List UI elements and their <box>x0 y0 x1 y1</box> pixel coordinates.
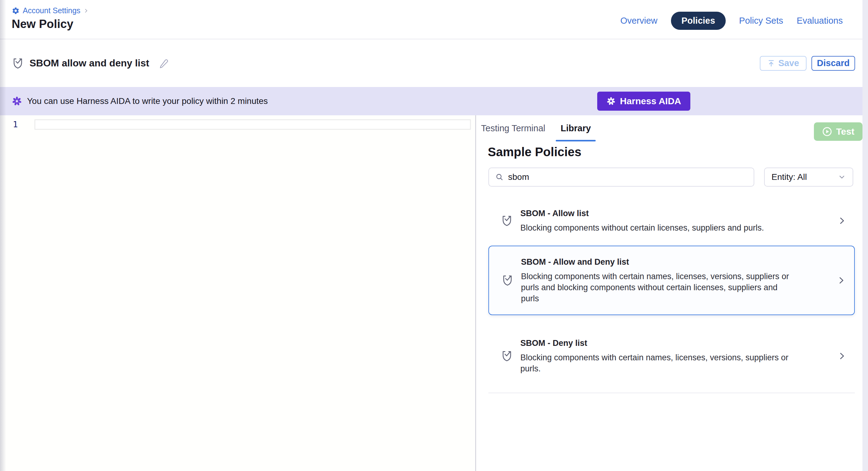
aida-banner-message: You can use Harness AIDA to write your p… <box>27 96 268 106</box>
page-scrollbar[interactable] <box>863 0 868 471</box>
gear-icon[interactable] <box>12 7 20 15</box>
aida-flower-icon <box>12 96 22 107</box>
shield-check-icon <box>488 350 520 362</box>
policy-card-sbom-allow-list[interactable]: SBOM - Allow list Blocking components wi… <box>488 199 855 242</box>
policy-card-sbom-deny-list[interactable]: SBOM - Deny list Blocking components wit… <box>488 329 855 383</box>
upload-arrow-icon <box>767 59 775 67</box>
policy-bar: SBOM allow and deny list Save Discard <box>0 39 868 87</box>
search-box <box>488 168 754 187</box>
harness-aida-button[interactable]: Harness AIDA <box>597 92 690 111</box>
policy-bar-actions: Save Discard <box>760 56 855 71</box>
sample-policies-heading: Sample Policies <box>488 145 863 159</box>
aida-banner: You can use Harness AIDA to write your p… <box>0 87 868 115</box>
panel-tabs: Testing Terminal Library <box>476 123 863 141</box>
chevron-right-icon[interactable] <box>838 352 846 360</box>
policy-name: SBOM allow and deny list <box>30 58 149 69</box>
shield-check-icon <box>12 57 24 69</box>
breadcrumb-chevron-icon <box>84 8 89 13</box>
line-number: 1 <box>0 120 31 129</box>
current-line-highlight <box>34 119 471 130</box>
policy-card-text: SBOM - Deny list Blocking components wit… <box>520 338 829 374</box>
policy-card-description: Blocking components without certain lice… <box>520 222 791 233</box>
aida-flower-icon <box>607 96 616 106</box>
policy-card-text: SBOM - Allow list Blocking components wi… <box>520 208 829 233</box>
tab-library[interactable]: Library <box>561 123 591 141</box>
policy-card-title: SBOM - Allow list <box>520 208 829 218</box>
policy-card-text: SBOM - Allow and Deny list Blocking comp… <box>521 257 828 304</box>
policy-card-description: Blocking components with certain names, … <box>521 271 792 304</box>
policy-card-sbom-allow-and-deny-list[interactable]: SBOM - Allow and Deny list Blocking comp… <box>488 246 855 315</box>
test-button[interactable]: Test <box>814 122 863 141</box>
pencil-icon <box>158 58 169 68</box>
chevron-right-icon[interactable] <box>838 216 846 225</box>
top-nav: Overview Policies Policy Sets Evaluation… <box>620 12 843 30</box>
policy-card-title: SBOM - Allow and Deny list <box>521 257 828 267</box>
tab-testing-terminal[interactable]: Testing Terminal <box>481 123 545 141</box>
test-button-label: Test <box>836 126 854 137</box>
breadcrumb-link-account-settings[interactable]: Account Settings <box>23 6 81 15</box>
page-header: Account Settings New Policy Overview Pol… <box>0 0 868 39</box>
policy-card-list: SBOM - Allow list Blocking components wi… <box>488 199 855 393</box>
shield-check-icon <box>489 274 521 287</box>
aida-button-label: Harness AIDA <box>620 96 681 107</box>
policy-card-title: SBOM - Deny list <box>520 338 829 348</box>
discard-label: Discard <box>817 58 849 68</box>
card-list-divider <box>488 392 855 393</box>
save-label: Save <box>778 58 799 68</box>
nav-item-overview[interactable]: Overview <box>620 16 657 26</box>
nav-item-evaluations[interactable]: Evaluations <box>797 16 843 26</box>
edit-name-button[interactable] <box>158 58 169 68</box>
filter-row: Entity: All <box>488 168 853 187</box>
nav-item-policy-sets[interactable]: Policy Sets <box>739 16 783 26</box>
search-icon <box>495 173 504 181</box>
discard-button[interactable]: Discard <box>811 56 855 71</box>
main-split: 1 Testing Terminal Library Test Sample P… <box>0 115 863 471</box>
play-circle-icon <box>822 126 832 137</box>
library-panel: Testing Terminal Library Test Sample Pol… <box>475 115 863 471</box>
nav-item-policies[interactable]: Policies <box>671 12 726 30</box>
policy-card-description: Blocking components with certain names, … <box>520 352 791 374</box>
entity-filter-select[interactable]: Entity: All <box>764 168 853 187</box>
save-button[interactable]: Save <box>760 56 807 71</box>
entity-filter-value: Entity: All <box>772 172 807 182</box>
search-input[interactable] <box>508 172 747 182</box>
shield-check-icon <box>488 214 520 227</box>
policy-code-editor[interactable]: 1 <box>0 115 475 471</box>
chevron-down-icon <box>838 173 846 181</box>
chevron-right-icon[interactable] <box>837 276 845 285</box>
